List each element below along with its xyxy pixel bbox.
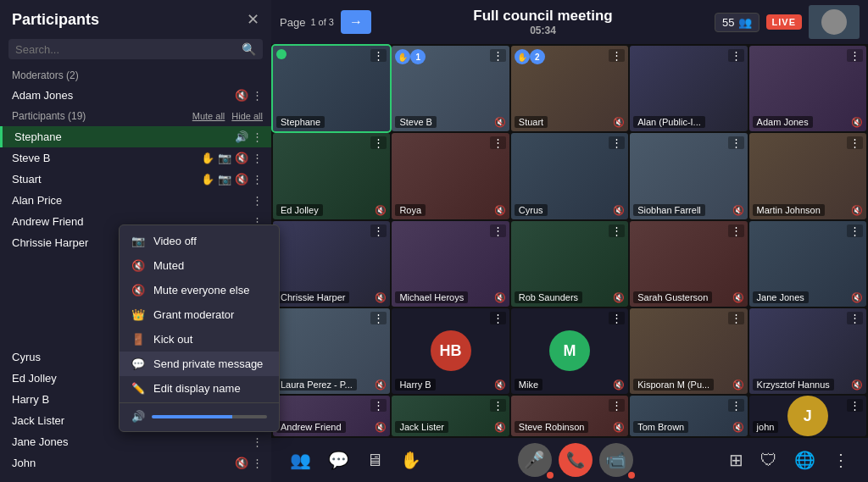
more-button[interactable]: ⋮ — [370, 224, 387, 237]
sidebar-scroll: Moderators (2) Adam Jones 🔇 ⋮ Participan… — [0, 66, 271, 482]
hand-badge: ✋ — [515, 49, 530, 64]
participant-row-alanprice[interactable]: Alan Price ⋮ — [0, 190, 271, 211]
more-button[interactable]: ⋮ — [728, 49, 744, 62]
more-icon[interactable]: ⋮ — [252, 457, 263, 469]
video-name-tag: Steve B — [395, 116, 437, 128]
more-button[interactable]: ⋮ — [609, 136, 625, 149]
volume-slider[interactable] — [152, 415, 267, 418]
participant-row-steveb[interactable]: Steve B ✋ 📷 🔇 ⋮ — [0, 147, 271, 169]
topbar: Page 1 of 3 → Full council meeting 05:34… — [271, 0, 868, 44]
camera-toggle-button[interactable]: 📹 — [599, 443, 633, 477]
language-button[interactable]: 🌐 — [789, 445, 821, 475]
participants-label: Participants (19) — [12, 110, 86, 122]
camera-icon: 📷 — [218, 152, 231, 164]
context-menu-label: Send private message — [153, 357, 263, 370]
avatar-mike: M — [549, 330, 590, 371]
more-options-button[interactable]: ⋮ — [827, 445, 854, 475]
more-button[interactable]: ⋮ — [728, 312, 744, 324]
search-icon: 🔍 — [242, 42, 256, 56]
participant-row-john[interactable]: John 🔇 ⋮ — [0, 452, 271, 474]
toolbar-left: 👥 💬 🖥 ✋ — [285, 445, 426, 475]
mic-toggle-button[interactable]: 🎤 — [518, 443, 552, 477]
video-cell-steverobinson: ⋮ Steve Robinson 🔇 — [511, 396, 628, 436]
context-menu-edit-name[interactable]: ✏️ Edit display name — [120, 376, 271, 401]
mic-off-icon: 🔇 — [235, 173, 248, 186]
more-icon[interactable]: ⋮ — [252, 173, 263, 186]
video-cell-janejones: ⋮ Jane Jones 🔇 — [749, 221, 866, 307]
chat-toolbar-button[interactable]: 💬 — [323, 445, 354, 475]
more-button[interactable]: ⋮ — [370, 49, 387, 62]
video-cell-steveb: ✋ 1 ⋮ Steve B 🔇 — [392, 46, 509, 131]
more-icon[interactable]: ⋮ — [252, 435, 263, 448]
grid-view-button[interactable]: ⊞ — [724, 445, 748, 475]
hand-raise-button[interactable]: ✋ — [395, 445, 426, 475]
context-menu-grant-moderator[interactable]: 👑 Grant moderator — [120, 302, 271, 327]
speaking-indicator — [276, 49, 287, 59]
more-button[interactable]: ⋮ — [609, 312, 625, 324]
video-cell-michaelheroys: ⋮ Michael Heroys 🔇 — [392, 221, 509, 307]
more-button[interactable]: ⋮ — [490, 136, 506, 149]
context-menu-kick-out[interactable]: 🚪 Kick out — [120, 327, 271, 352]
more-button[interactable]: ⋮ — [490, 399, 506, 412]
more-button[interactable]: ⋮ — [609, 399, 625, 412]
more-icon[interactable]: ⋮ — [252, 152, 263, 164]
more-button[interactable]: ⋮ — [847, 224, 863, 237]
context-menu-label: Kick out — [153, 333, 192, 346]
participants-toolbar-button[interactable]: 👥 — [285, 445, 316, 475]
more-button[interactable]: ⋮ — [728, 399, 744, 412]
more-button[interactable]: ⋮ — [490, 49, 506, 62]
context-menu-video-off[interactable]: 📷 Video off — [120, 229, 271, 253]
participant-row-stuart[interactable]: Stuart ✋ 📷 🔇 ⋮ — [0, 169, 271, 190]
screen-share-button[interactable]: 🖥 — [361, 446, 388, 475]
more-button[interactable]: ⋮ — [847, 399, 863, 412]
video-name-tag: Alan (Public-I... — [633, 116, 705, 128]
more-button[interactable]: ⋮ — [847, 49, 863, 62]
context-menu-send-private[interactable]: 💬 Send private message — [120, 352, 271, 376]
video-cell-kisporanm: ⋮ Kisporan M (Pu... 🔇 — [630, 308, 747, 394]
more-button[interactable]: ⋮ — [728, 136, 744, 149]
search-input[interactable] — [15, 43, 242, 56]
more-button[interactable]: ⋮ — [370, 399, 387, 412]
participant-row-stephane[interactable]: Stephane 🔊 ⋮ — [0, 126, 271, 147]
context-menu-divider — [120, 402, 271, 403]
more-button[interactable]: ⋮ — [609, 224, 625, 237]
more-icon[interactable]: ⋮ — [252, 89, 263, 102]
more-button[interactable]: ⋮ — [370, 312, 387, 324]
close-sidebar-button[interactable]: ✕ — [247, 10, 259, 29]
more-button[interactable]: ⋮ — [490, 312, 506, 324]
hide-all-button[interactable]: Hide all — [231, 111, 263, 121]
participant-name: Steve B — [12, 152, 201, 164]
participant-row-janejones[interactable]: Jane Jones ⋮ — [0, 431, 271, 452]
moderator-row-adam[interactable]: Adam Jones 🔇 ⋮ — [0, 85, 271, 106]
boot-icon: 🚪 — [131, 333, 145, 346]
mute-icon: 🔇 — [732, 292, 744, 303]
more-icon[interactable]: ⋮ — [252, 130, 263, 143]
context-menu-label: Edit display name — [153, 382, 241, 395]
more-button[interactable]: ⋮ — [609, 49, 625, 62]
cam-muted-indicator — [628, 472, 635, 479]
mute-icon: 🔇 — [851, 292, 863, 303]
mute-icon: 🔇 — [613, 292, 625, 303]
end-call-button[interactable]: 📞 — [559, 443, 593, 477]
security-button[interactable]: 🛡 — [755, 446, 782, 475]
preview-thumbnail — [809, 5, 860, 39]
video-cell-edjolley: ⋮ Ed Jolley 🔇 — [273, 133, 390, 219]
video-name-tag: Rob Saunders — [515, 291, 582, 303]
mute-all-button[interactable]: Mute all — [192, 111, 225, 121]
video-name-tag: Chrissie Harper — [276, 291, 349, 303]
more-button[interactable]: ⋮ — [728, 224, 744, 237]
more-icon[interactable]: ⋮ — [252, 194, 263, 207]
more-button[interactable]: ⋮ — [847, 312, 863, 324]
more-button[interactable]: ⋮ — [490, 224, 506, 237]
video-cell-roya: ⋮ Roya 🔇 — [392, 133, 509, 219]
mic-off-icon: 🔇 — [235, 152, 248, 164]
video-cell-harryb: HB ⋮ Harry B 🔇 — [392, 308, 509, 394]
context-menu-muted[interactable]: 🔇 Muted — [120, 253, 271, 278]
more-button[interactable]: ⋮ — [847, 136, 863, 149]
context-menu-mute-everyone[interactable]: 🔇 Mute everyone else — [120, 278, 271, 302]
mic-muted-indicator — [547, 472, 554, 479]
participant-icons: ⋮ — [252, 194, 263, 207]
more-button[interactable]: ⋮ — [370, 136, 387, 149]
next-page-button[interactable]: → — [341, 10, 371, 34]
video-name-tag: Kisporan M (Pu... — [633, 379, 714, 391]
